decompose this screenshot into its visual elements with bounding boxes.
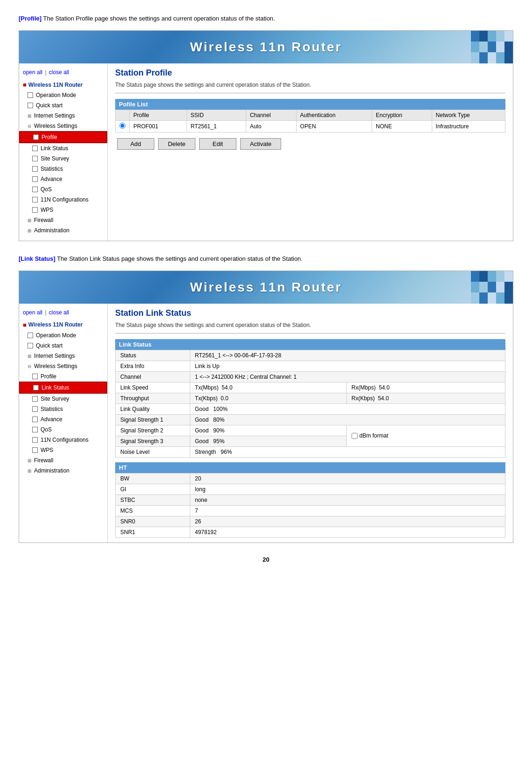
- table-row: MCS 7: [116, 505, 505, 516]
- nav-wps-2[interactable]: WPS: [19, 445, 107, 455]
- nav-label: Internet Settings: [34, 352, 75, 360]
- nav-wireless-settings-1[interactable]: ⊝ Wireless Settings: [19, 121, 107, 131]
- doc-icon: [32, 146, 38, 151]
- sidebar-links-2: open all | close all: [19, 307, 107, 320]
- nav-advance-1[interactable]: Advance: [19, 174, 107, 184]
- radio-cell[interactable]: [116, 120, 130, 132]
- deco-sq: [496, 31, 504, 42]
- cell-ssid: RT2561_1: [187, 120, 246, 132]
- open-all-link-1[interactable]: open all: [23, 69, 42, 76]
- nav-quick-start-2[interactable]: Quick start: [19, 341, 107, 351]
- main-content-1: Station Profile The Status page shows th…: [108, 63, 513, 241]
- ht-label: SNR1: [116, 527, 190, 537]
- router-header-decoration-1: [471, 31, 513, 63]
- nav-label: Firewall: [34, 456, 53, 465]
- col-ssid: SSID: [187, 110, 246, 120]
- edit-button[interactable]: Edit: [199, 138, 236, 150]
- section2-label: [Link Status]: [19, 255, 55, 262]
- nav-label: Firewall: [34, 216, 53, 224]
- table-row: PROF001 RT2561_1 Auto OPEN NONE Infrastr…: [116, 120, 505, 132]
- expand-icon: ⊝: [28, 123, 31, 130]
- deco-sq: [488, 292, 496, 303]
- nav-administration-1[interactable]: ⊞ Administration: [19, 225, 107, 236]
- nav-profile-2[interactable]: Profile: [19, 371, 107, 382]
- row-radio[interactable]: [119, 123, 125, 129]
- table-row: Channel 1 <--> 2412000 KHz ; Central Cha…: [116, 371, 505, 382]
- cell-auth: OPEN: [296, 120, 372, 132]
- row-value: Good 80%: [190, 414, 505, 425]
- profile-list-header: Pofile List: [115, 99, 505, 110]
- doc-icon: [28, 103, 33, 108]
- nav-11n-config-1[interactable]: 11N Configurations: [19, 195, 107, 205]
- expand-icon: ⊞: [28, 457, 31, 464]
- nav-quick-start-1[interactable]: Quick start: [19, 100, 107, 111]
- section1-intro-text: [Profile] The Station Profile page shows…: [19, 14, 513, 24]
- nav-advance-2[interactable]: Advance: [19, 414, 107, 424]
- nav-wireless-11n-2[interactable]: ■ Wireless 11N Router: [19, 320, 107, 331]
- ht-label: GI: [116, 484, 190, 494]
- button-row-1: Add Delete Edit Activate: [115, 138, 505, 150]
- table-row: SNR1 4978192: [116, 527, 505, 537]
- nav-statistics-1[interactable]: Statistics: [19, 164, 107, 174]
- close-all-link-1[interactable]: close all: [49, 69, 69, 76]
- col-profile: Profile: [130, 110, 187, 120]
- row-dbm: dBm format: [346, 425, 505, 446]
- deco-sq: [488, 282, 496, 292]
- nav-site-survey-1[interactable]: Site Survey: [19, 153, 107, 164]
- nav-wps-1[interactable]: WPS: [19, 205, 107, 215]
- nav-label: Wireless 11N Router: [28, 81, 83, 89]
- nav-label: Operation Mode: [36, 331, 76, 340]
- delete-button[interactable]: Delete: [158, 138, 195, 150]
- nav-internet-settings-2[interactable]: ⊞ Internet Settings: [19, 351, 107, 361]
- nav-internet-settings-1[interactable]: ⊞ Internet Settings: [19, 111, 107, 121]
- deco-sq: [496, 292, 504, 303]
- deco-sq: [496, 42, 504, 52]
- nav-label: QoS: [41, 425, 52, 434]
- expand-icon: ⊞: [28, 227, 31, 234]
- nav-wireless-11n-1[interactable]: ■ Wireless 11N Router: [19, 79, 107, 90]
- nav-label: Profile: [41, 372, 56, 381]
- router-icon-2: ■: [23, 320, 27, 330]
- ht-value: long: [190, 484, 505, 494]
- doc-icon: [32, 437, 38, 443]
- nav-label: Statistics: [41, 405, 63, 413]
- row-label: Status: [116, 350, 190, 361]
- section2-intro: [Link Status] The Station Link Status pa…: [19, 254, 513, 264]
- doc-icon: [32, 406, 38, 412]
- nav-link-status-1[interactable]: Link Status: [19, 143, 107, 153]
- deco-sq: [504, 42, 513, 52]
- deco-sq: [504, 282, 513, 292]
- row-label: Noise Level: [116, 446, 190, 457]
- nav-label: Wireless Settings: [34, 122, 77, 130]
- add-button[interactable]: Add: [117, 138, 154, 150]
- nav-operation-mode-1[interactable]: Operation Mode: [19, 90, 107, 100]
- nav-qos-2[interactable]: QoS: [19, 424, 107, 435]
- nav-administration-2[interactable]: ⊞ Administration: [19, 466, 107, 476]
- nav-site-survey-2[interactable]: Site Survey: [19, 394, 107, 404]
- nav-qos-1[interactable]: QoS: [19, 184, 107, 195]
- nav-wireless-settings-2[interactable]: ⊝ Wireless Settings: [19, 361, 107, 371]
- table-row: Signal Strength 1 Good 80%: [116, 414, 505, 425]
- row-value: RT2561_1 <--> 00-06-4F-17-93-28: [190, 350, 505, 361]
- doc-icon: [32, 197, 38, 202]
- router-body-2: open all | close all ■ Wireless 11N Rout…: [19, 304, 513, 542]
- deco-sq: [471, 292, 479, 303]
- nav-statistics-2[interactable]: Statistics: [19, 404, 107, 414]
- dbm-label: dBm format: [359, 432, 388, 439]
- doc-icon: [32, 374, 38, 379]
- doc-icon: [28, 92, 33, 98]
- open-all-link-2[interactable]: open all: [23, 309, 42, 316]
- nav-profile-1[interactable]: Profile: [19, 131, 107, 143]
- dbm-checkbox[interactable]: [352, 433, 358, 439]
- nav-operation-mode-2[interactable]: Operation Mode: [19, 330, 107, 341]
- page-number: 20: [19, 556, 513, 563]
- close-all-link-2[interactable]: close all: [49, 309, 69, 316]
- deco-sq: [471, 282, 479, 292]
- expand-icon: ⊝: [28, 363, 31, 370]
- link-status-table: Status RT2561_1 <--> 00-06-4F-17-93-28 E…: [115, 350, 505, 458]
- nav-link-status-2[interactable]: Link Status: [19, 382, 107, 394]
- nav-11n-config-2[interactable]: 11N Configurations: [19, 435, 107, 445]
- nav-firewall-1[interactable]: ⊞ Firewall: [19, 215, 107, 225]
- nav-firewall-2[interactable]: ⊞ Firewall: [19, 455, 107, 466]
- activate-button[interactable]: Activate: [240, 138, 281, 150]
